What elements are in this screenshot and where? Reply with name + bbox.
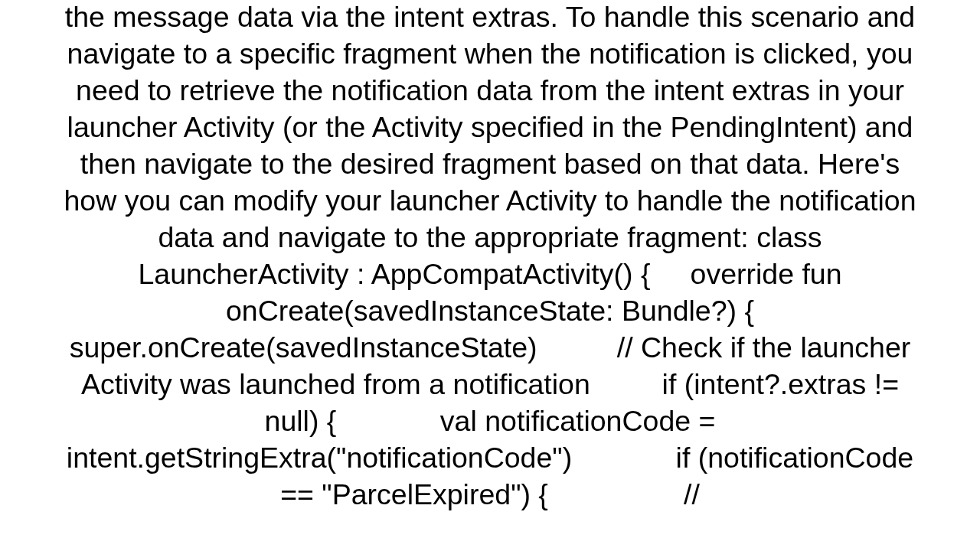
document-viewport: the message data via the intent extras. … [0,0,980,551]
document-body-text: the message data via the intent extras. … [61,0,919,513]
